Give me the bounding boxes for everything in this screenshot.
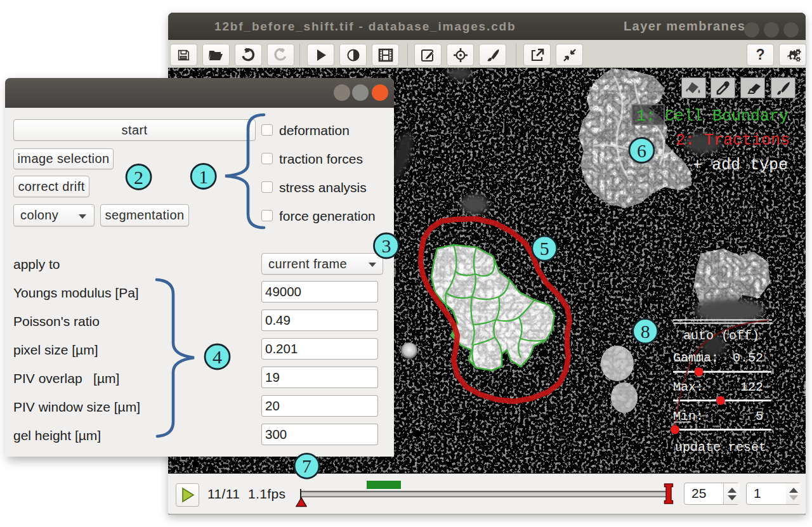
svg-text:Max:: Max: [673, 380, 704, 394]
svg-text:Gamma:: Gamma: [673, 351, 719, 365]
svg-text:Min:: Min: [673, 409, 704, 424]
svg-text:122: 122 [740, 380, 763, 394]
svg-text:1: Cell Boundary: 1: Cell Boundary [636, 107, 789, 126]
svg-text:5: 5 [756, 409, 763, 424]
svg-text:auto (off): auto (off) [683, 329, 759, 343]
svg-text:update reset: update reset [675, 440, 766, 455]
svg-text:2: Tractions: 2: Tractions [676, 131, 790, 150]
svg-text:+ add type: + add type [693, 156, 788, 174]
svg-text:0.52: 0.52 [733, 351, 763, 365]
